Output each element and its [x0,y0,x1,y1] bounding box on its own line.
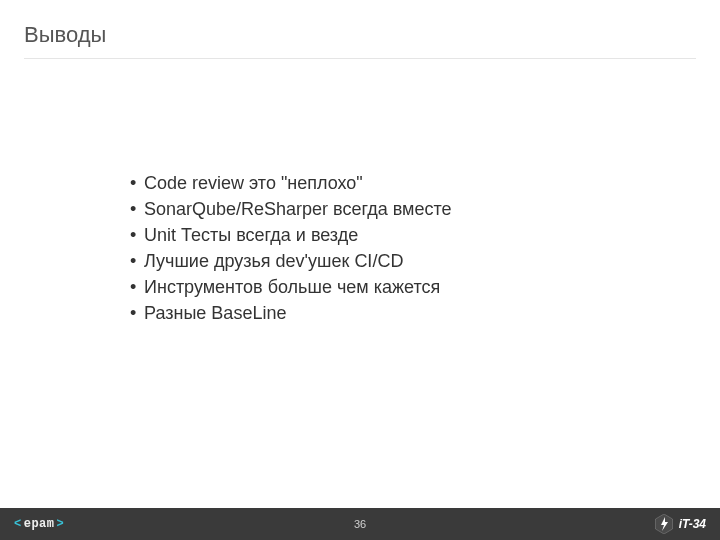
bullet-icon: • [130,274,144,300]
list-item-text: SonarQube/ReSharper всегда вместе [144,196,452,222]
footer-right-label: iT-34 [679,517,706,531]
bullet-icon: • [130,300,144,326]
footer-bar: < epam > 36 iT-34 [0,508,720,540]
bolt-icon [655,514,673,534]
brand-text: epam [24,517,55,531]
list-item: • Code review это "неплохо" [130,170,600,196]
list-item: • SonarQube/ReSharper всегда вместе [130,196,600,222]
bullet-list: • Code review это "неплохо" • SonarQube/… [130,170,600,327]
slide-title: Выводы [24,22,106,48]
angle-close-icon: > [57,517,65,531]
list-item: • Лучшие друзья dev'ушек CI/CD [130,248,600,274]
angle-open-icon: < [14,517,22,531]
page-number: 36 [354,518,366,530]
title-divider [24,58,696,59]
list-item-text: Лучшие друзья dev'ушек CI/CD [144,248,403,274]
slide: Выводы • Code review это "неплохо" • Son… [0,0,720,540]
bullet-icon: • [130,248,144,274]
bullet-icon: • [130,196,144,222]
footer-right-brand: iT-34 [655,514,706,534]
list-item-text: Code review это "неплохо" [144,170,363,196]
list-item: • Unit Тесты всегда и везде [130,222,600,248]
bullet-icon: • [130,222,144,248]
list-item-text: Разные BaseLine [144,300,286,326]
list-item-text: Инструментов больше чем кажется [144,274,440,300]
bullet-icon: • [130,170,144,196]
list-item-text: Unit Тесты всегда и везде [144,222,358,248]
footer-left-brand: < epam > [14,517,64,531]
list-item: • Разные BaseLine [130,300,600,326]
list-item: • Инструментов больше чем кажется [130,274,600,300]
